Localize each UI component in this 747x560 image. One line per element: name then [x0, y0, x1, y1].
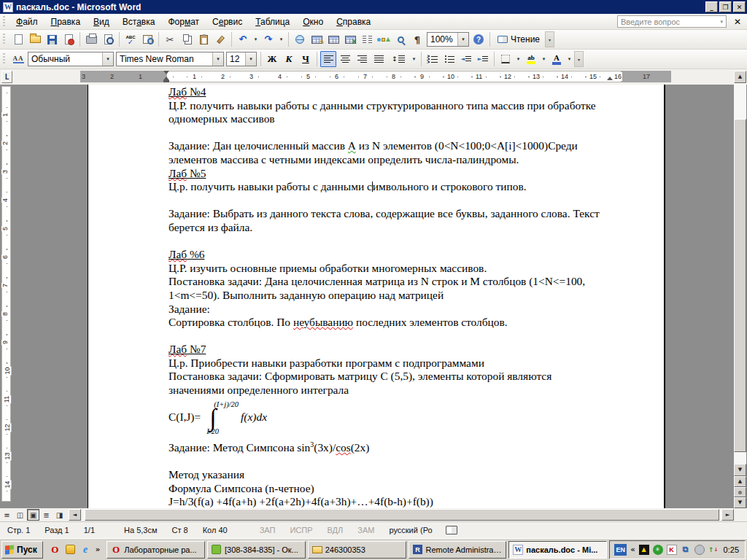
print-button[interactable]: [83, 31, 99, 47]
bullet-list-button[interactable]: [441, 51, 457, 67]
doc-line[interactable]: берется из файла.: [169, 221, 624, 235]
doc-line[interactable]: элементов массива с четными индексами оп…: [169, 153, 624, 167]
doc-line[interactable]: Постановка задачи: Дана целочисленная ма…: [169, 275, 624, 289]
save-button[interactable]: [44, 31, 60, 47]
scroll-right-button[interactable]: ►: [721, 509, 734, 521]
doc-blank-line[interactable]: [169, 194, 624, 208]
doc-line[interactable]: значениями определенного интеграла: [169, 384, 624, 397]
chevron-down-icon[interactable]: ▾: [720, 19, 723, 25]
vertical-ruler[interactable]: 1 2 3 4 5 6 7 8 9 10 11 12 13 14: [1, 86, 11, 502]
insert-excel-button[interactable]: [342, 31, 358, 47]
start-button[interactable]: Пуск: [1, 541, 43, 559]
font-color-button[interactable]: А: [549, 51, 565, 67]
justify-button[interactable]: [371, 51, 387, 67]
insert-table-button[interactable]: [325, 31, 341, 47]
doc-line[interactable]: Формула Симпсона (n-четное): [169, 482, 624, 496]
open-button[interactable]: [27, 31, 43, 47]
previous-page-button[interactable]: ▲: [734, 476, 746, 487]
toolbar-options-button[interactable]: ▾: [545, 31, 554, 47]
zoom-combo[interactable]: 100%▾: [427, 32, 469, 47]
permission-button[interactable]: [61, 31, 77, 47]
chevron-down-icon[interactable]: ▾: [245, 52, 256, 66]
doc-line[interactable]: Задание: Метод Симпсона sin3(3x)/cos(2x): [169, 438, 624, 455]
toolbar-drag-handle[interactable]: [3, 16, 7, 28]
menu-window[interactable]: Окно: [296, 15, 330, 28]
status-record-mode[interactable]: ЗАП: [252, 526, 283, 534]
scroll-down-button[interactable]: ▼: [734, 464, 746, 476]
spelling-button[interactable]: ABC✓: [123, 31, 139, 47]
show-hide-marks-button[interactable]: ¶: [409, 31, 425, 47]
taskbar-button-radmin[interactable]: RRemote Administrator: [409, 541, 507, 559]
align-right-button[interactable]: [354, 51, 370, 67]
doc-blank-line[interactable]: [169, 126, 624, 140]
select-browse-object-button[interactable]: [734, 487, 746, 497]
doc-line[interactable]: Метод указания: [169, 468, 624, 482]
menubar-close-icon[interactable]: ✕: [734, 17, 741, 27]
chevron-down-icon[interactable]: ▾: [212, 52, 223, 66]
doc-line[interactable]: 1<m<=50). Выполнить заданную операцию на…: [169, 289, 624, 303]
horizontal-ruler[interactable]: 3 2 1 1 2 3 4 5 6 7 8 9 10 11 12 13 14 1…: [80, 71, 671, 82]
format-painter-button[interactable]: [212, 31, 228, 47]
tray-collapse-chevron[interactable]: «: [630, 545, 635, 553]
tray-device-icon[interactable]: [694, 545, 705, 555]
vertical-scrollbar[interactable]: ▲ ▼ ▲ ▼: [734, 71, 746, 508]
status-overtype-mode[interactable]: ЗАМ: [350, 526, 382, 534]
toolbar-drag-handle[interactable]: [3, 53, 7, 65]
first-line-indent-marker[interactable]: [163, 71, 169, 74]
doc-line[interactable]: Задание: Выбрать из данного текста слова…: [169, 207, 624, 221]
chevron-down-icon[interactable]: ▾: [457, 33, 468, 46]
styles-pane-button[interactable]: АА: [10, 51, 26, 67]
integral-formula[interactable]: C(I,J)= (I+j)/20 ∫ I/20 f(x)dx: [169, 397, 624, 438]
doc-line[interactable]: Ц.р. получить навыки работы с данными си…: [169, 180, 624, 194]
doc-blank-line[interactable]: [169, 330, 624, 343]
menu-format[interactable]: Формат: [161, 15, 206, 28]
style-combo[interactable]: Обычный▾: [28, 52, 114, 66]
research-button[interactable]: [139, 31, 155, 47]
decrease-indent-button[interactable]: ◄: [458, 51, 474, 67]
scroll-left-button[interactable]: ◄: [69, 509, 81, 521]
copy-button[interactable]: [179, 31, 195, 47]
doc-line[interactable]: одномерных массивов: [169, 112, 624, 126]
doc-line[interactable]: Лаб №5: [169, 167, 624, 181]
increase-indent-button[interactable]: ►: [475, 51, 491, 67]
menu-table[interactable]: Таблица: [249, 15, 296, 28]
highlight-dropdown[interactable]: ▾: [540, 51, 548, 67]
doc-line[interactable]: J=h/3(f(a) +4f(a+h) +2f(a+2h)+4f(a+3h)+……: [169, 495, 624, 508]
paste-button[interactable]: [196, 31, 212, 47]
tray-kaspersky-icon[interactable]: K: [667, 545, 677, 555]
align-center-button[interactable]: [337, 51, 353, 67]
scroll-up-button[interactable]: ▲: [734, 71, 746, 83]
drawing-button[interactable]: [376, 31, 392, 47]
taskbar-button-word-active[interactable]: Wпаскаль.doc - Mi...: [508, 541, 607, 559]
document-text[interactable]: Лаб №4 Ц.Р. получить навыки работы с дан…: [169, 85, 624, 508]
undo-button[interactable]: ↶: [235, 31, 251, 47]
view-web-layout-button[interactable]: ◫: [14, 509, 26, 521]
undo-dropdown[interactable]: ▾: [252, 31, 260, 47]
restore-button[interactable]: ❐: [719, 1, 732, 12]
document-map-button[interactable]: [392, 31, 409, 47]
opera-icon[interactable]: O: [50, 544, 61, 555]
font-combo[interactable]: Times New Roman▾: [116, 52, 224, 66]
underline-button[interactable]: Ч: [298, 51, 314, 67]
menu-file[interactable]: Файл: [9, 15, 44, 28]
doc-blank-line[interactable]: [169, 454, 624, 468]
tray-clover-icon[interactable]: ✳: [653, 545, 663, 555]
doc-line[interactable]: Сортировка столбцов. По неубыванию после…: [169, 316, 624, 330]
doc-line[interactable]: Ц.р. Приобрести навыки разработки програ…: [169, 357, 624, 370]
font-color-dropdown[interactable]: ▾: [565, 51, 573, 67]
doc-line[interactable]: Ц.Р. получить навыки работы с данными ст…: [169, 99, 624, 113]
taskbar-button-icq[interactable]: [308-384-835] - Ок...: [207, 541, 306, 559]
new-document-button[interactable]: [10, 31, 26, 47]
yellow-app-icon[interactable]: [65, 544, 76, 555]
redo-button[interactable]: ↷: [260, 31, 276, 47]
doc-line[interactable]: Задание:: [169, 303, 624, 316]
chevron-down-icon[interactable]: ▾: [102, 52, 113, 66]
tray-clock[interactable]: 0:25: [722, 545, 740, 554]
align-left-button[interactable]: [320, 51, 336, 67]
right-indent-marker[interactable]: [607, 77, 613, 80]
menu-edit[interactable]: Правка: [44, 15, 88, 28]
doc-line[interactable]: Задание: Дан целочисленный массив А из N…: [169, 139, 624, 153]
doc-line[interactable]: Лаб %6: [169, 248, 624, 262]
view-print-layout-button[interactable]: ▣: [27, 509, 39, 521]
toolbar-drag-handle[interactable]: [3, 34, 7, 45]
